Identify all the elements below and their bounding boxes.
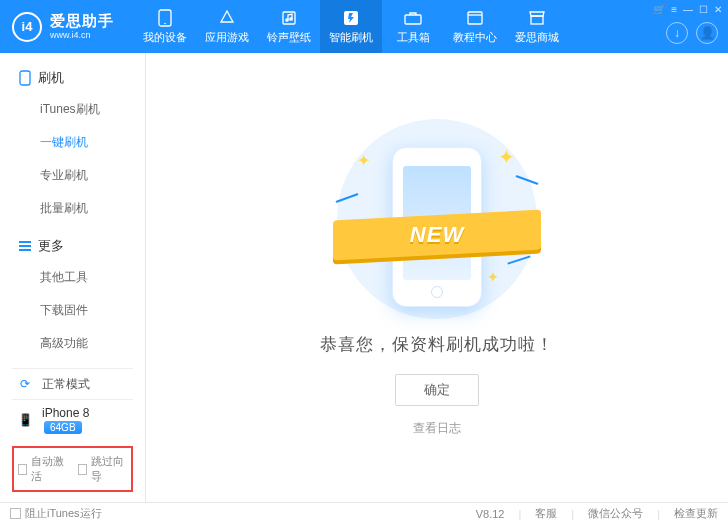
cart-icon[interactable]: 🛒 bbox=[653, 4, 665, 15]
nav-label: 工具箱 bbox=[397, 30, 430, 45]
svg-rect-11 bbox=[19, 241, 31, 243]
nav-label: 铃声壁纸 bbox=[267, 30, 311, 45]
window-controls: 🛒 ≡ — ☐ ✕ bbox=[653, 4, 722, 15]
svg-point-1 bbox=[164, 22, 166, 24]
confirm-button[interactable]: 确定 bbox=[395, 374, 479, 406]
app-name: 爱思助手 bbox=[50, 12, 114, 30]
sidebar: 刷机 iTunes刷机 一键刷机 专业刷机 批量刷机 更多 其他工具 下载固件 … bbox=[0, 53, 146, 502]
sidebar-group-flash[interactable]: 刷机 bbox=[0, 63, 145, 93]
svg-rect-13 bbox=[19, 249, 31, 251]
skip-guide-checkbox[interactable]: 跳过向导 bbox=[78, 454, 128, 484]
svg-rect-2 bbox=[283, 12, 295, 24]
wechat-link[interactable]: 微信公众号 bbox=[588, 506, 643, 521]
post-flash-options: 自动激活 跳过向导 bbox=[12, 446, 133, 492]
svg-rect-10 bbox=[20, 71, 30, 85]
nav-my-device[interactable]: 我的设备 bbox=[134, 0, 196, 53]
download-button[interactable]: ↓ bbox=[666, 22, 688, 44]
close-button[interactable]: ✕ bbox=[714, 4, 722, 15]
phone-flash-icon bbox=[18, 71, 32, 85]
svg-rect-7 bbox=[468, 12, 482, 24]
flash-icon bbox=[342, 9, 360, 27]
apps-icon bbox=[218, 9, 236, 27]
nav-label: 爱思商城 bbox=[515, 30, 559, 45]
device-storage-badge: 64GB bbox=[44, 421, 82, 434]
nav-store[interactable]: 爱思商城 bbox=[506, 0, 568, 53]
store-icon bbox=[528, 9, 546, 27]
check-update-link[interactable]: 检查更新 bbox=[674, 506, 718, 521]
svg-point-4 bbox=[290, 17, 292, 19]
app-url: www.i4.cn bbox=[50, 30, 114, 41]
sidebar-item-pro-flash[interactable]: 专业刷机 bbox=[0, 159, 145, 192]
svg-point-3 bbox=[286, 18, 288, 20]
star-icon: ✦ bbox=[357, 151, 370, 170]
music-icon bbox=[280, 9, 298, 27]
nav-tutorials[interactable]: 教程中心 bbox=[444, 0, 506, 53]
nav-smart-flash[interactable]: 智能刷机 bbox=[320, 0, 382, 53]
sidebar-item-other-tools[interactable]: 其他工具 bbox=[0, 261, 145, 294]
toolbox-icon bbox=[404, 9, 422, 27]
statusbar: 阻止iTunes运行 V8.12 | 客服 | 微信公众号 | 检查更新 bbox=[0, 502, 728, 524]
app-logo: i4 爱思助手 www.i4.cn bbox=[0, 12, 126, 42]
main-panel: ✦ ✦ ✦ NEW 恭喜您，保资料刷机成功啦！ 确定 查看日志 bbox=[146, 53, 728, 502]
nav-label: 教程中心 bbox=[453, 30, 497, 45]
nav-label: 应用游戏 bbox=[205, 30, 249, 45]
auto-activate-checkbox[interactable]: 自动激活 bbox=[18, 454, 68, 484]
nav-label: 我的设备 bbox=[143, 30, 187, 45]
svg-rect-12 bbox=[19, 245, 31, 247]
top-nav: 我的设备 应用游戏 铃声壁纸 智能刷机 工具箱 教程中心 爱思商城 bbox=[134, 0, 568, 53]
sidebar-item-onekey-flash[interactable]: 一键刷机 bbox=[0, 126, 145, 159]
nav-ringtones[interactable]: 铃声壁纸 bbox=[258, 0, 320, 53]
star-icon: ✦ bbox=[487, 269, 499, 285]
svg-rect-9 bbox=[531, 16, 543, 24]
sidebar-group-title: 更多 bbox=[38, 237, 64, 255]
more-icon bbox=[18, 239, 32, 253]
logo-icon: i4 bbox=[12, 12, 42, 42]
success-message: 恭喜您，保资料刷机成功啦！ bbox=[320, 333, 554, 356]
titlebar: i4 爱思助手 www.i4.cn 我的设备 应用游戏 铃声壁纸 智能刷机 工具… bbox=[0, 0, 728, 53]
phone-icon bbox=[156, 9, 174, 27]
sidebar-group-title: 刷机 bbox=[38, 69, 64, 87]
sidebar-item-batch-flash[interactable]: 批量刷机 bbox=[0, 192, 145, 225]
device-row[interactable]: 📱 iPhone 8 64GB bbox=[12, 399, 133, 440]
device-mode-label: 正常模式 bbox=[42, 376, 90, 393]
version-label: V8.12 bbox=[476, 508, 505, 520]
book-icon bbox=[466, 9, 484, 27]
svg-rect-6 bbox=[405, 15, 421, 24]
sync-icon: ⟳ bbox=[16, 375, 34, 393]
sidebar-group-more[interactable]: 更多 bbox=[0, 231, 145, 261]
nav-apps[interactable]: 应用游戏 bbox=[196, 0, 258, 53]
device-icon: 📱 bbox=[16, 411, 34, 429]
star-icon: ✦ bbox=[498, 145, 515, 169]
menu-icon[interactable]: ≡ bbox=[671, 4, 677, 15]
support-link[interactable]: 客服 bbox=[535, 506, 557, 521]
maximize-button[interactable]: ☐ bbox=[699, 4, 708, 15]
account-button[interactable]: 👤 bbox=[696, 22, 718, 44]
minimize-button[interactable]: — bbox=[683, 4, 693, 15]
nav-toolbox[interactable]: 工具箱 bbox=[382, 0, 444, 53]
sidebar-item-itunes-flash[interactable]: iTunes刷机 bbox=[0, 93, 145, 126]
device-name: iPhone 8 bbox=[42, 406, 89, 420]
nav-label: 智能刷机 bbox=[329, 30, 373, 45]
sidebar-item-download-firmware[interactable]: 下载固件 bbox=[0, 294, 145, 327]
device-mode-row[interactable]: ⟳ 正常模式 bbox=[12, 368, 133, 399]
block-itunes-checkbox[interactable]: 阻止iTunes运行 bbox=[10, 506, 102, 521]
success-illustration: ✦ ✦ ✦ NEW bbox=[337, 119, 537, 319]
sidebar-item-advanced[interactable]: 高级功能 bbox=[0, 327, 145, 360]
new-ribbon: NEW bbox=[333, 211, 541, 259]
view-log-link[interactable]: 查看日志 bbox=[413, 420, 461, 437]
